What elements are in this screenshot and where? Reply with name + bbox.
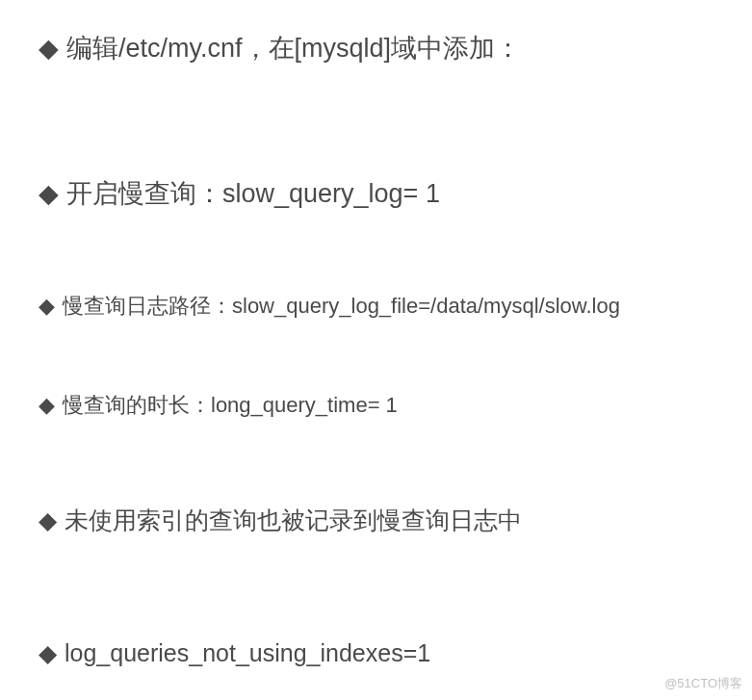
diamond-bullet-icon: ◆: [39, 174, 59, 214]
bullet-item-4: ◆ 慢查询的时长：long_query_time= 1: [39, 389, 733, 421]
diamond-bullet-icon: ◆: [39, 389, 55, 421]
diamond-bullet-icon: ◆: [39, 503, 57, 539]
item-text-2: 开启慢查询：slow_query_log= 1: [66, 174, 440, 214]
bullet-item-2: ◆ 开启慢查询：slow_query_log= 1: [39, 174, 733, 214]
diamond-bullet-icon: ◆: [39, 635, 57, 672]
item-text-4: 慢查询的时长：long_query_time= 1: [63, 389, 398, 421]
bullet-item-3: ◆ 慢查询日志路径：slow_query_log_file=/data/mysq…: [39, 290, 733, 322]
bullet-item-6: ◆ log_queries_not_using_indexes=1: [39, 635, 733, 672]
bullet-item-1: ◆ 编辑/etc/my.cnf，在[mysqld]域中添加：: [39, 29, 733, 68]
item-text-1: 编辑/etc/my.cnf，在[mysqld]域中添加：: [66, 29, 521, 68]
item-text-6: log_queries_not_using_indexes=1: [65, 635, 430, 672]
item-text-5: 未使用索引的查询也被记录到慢查询日志中: [65, 503, 522, 539]
watermark: @51CTO博客: [664, 675, 742, 692]
diamond-bullet-icon: ◆: [39, 29, 59, 68]
item-text-3: 慢查询日志路径：slow_query_log_file=/data/mysql/…: [63, 290, 620, 322]
bullet-item-5: ◆ 未使用索引的查询也被记录到慢查询日志中: [39, 503, 733, 539]
diamond-bullet-icon: ◆: [39, 290, 55, 322]
